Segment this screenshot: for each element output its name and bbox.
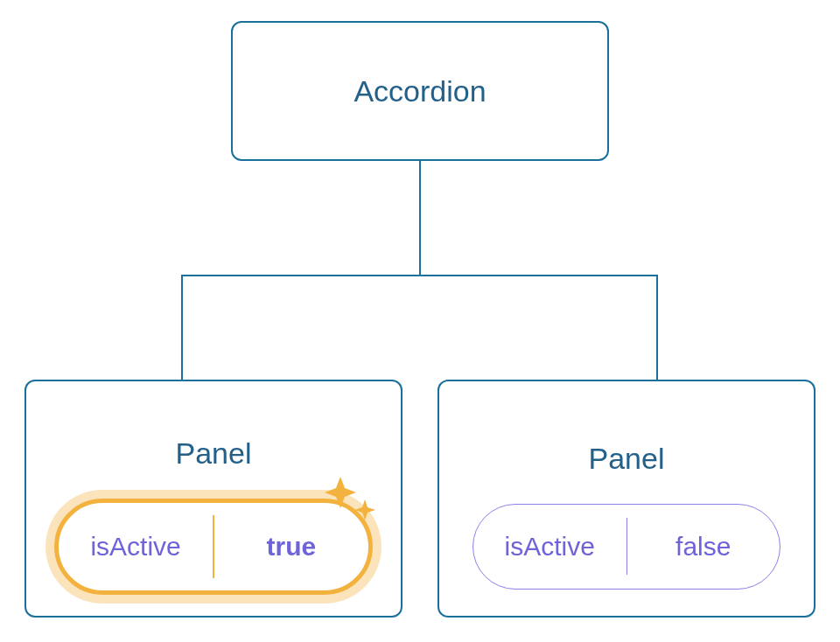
connector-line xyxy=(181,275,658,276)
sparkle-icon xyxy=(321,473,382,534)
panel-label: Panel xyxy=(176,436,252,471)
panel-node-right: Panel isActive false xyxy=(438,380,816,618)
state-pill-active: isActive true xyxy=(54,499,373,595)
prop-name: isActive xyxy=(59,503,213,590)
root-label: Accordion xyxy=(354,74,486,108)
root-node-accordion: Accordion xyxy=(231,21,609,161)
connector-line xyxy=(656,275,658,380)
prop-value: false xyxy=(627,505,780,589)
prop-name: isActive xyxy=(473,505,626,589)
panel-label: Panel xyxy=(589,442,665,476)
connector-line xyxy=(181,275,183,380)
connector-line xyxy=(419,161,421,275)
state-pill-inactive: isActive false xyxy=(472,504,780,590)
panel-node-left: Panel isActive true xyxy=(24,380,402,618)
